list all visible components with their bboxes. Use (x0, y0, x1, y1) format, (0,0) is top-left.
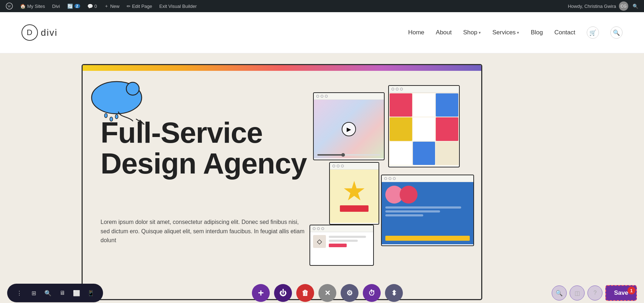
video-progress-fill (317, 154, 342, 156)
pencil-icon: ✏ (127, 4, 131, 9)
my-sites-btn[interactable]: 🏠 My Sites (17, 0, 48, 12)
card-lines (385, 206, 470, 216)
dot3 (400, 88, 403, 91)
vb-tool-dots[interactable]: ⋮ (13, 287, 26, 299)
updates-btn[interactable]: 🔄 2 (64, 0, 83, 12)
card-line (385, 210, 440, 212)
vb-left-tools: ⋮ ⊞ 🔍 🖥 ⬜ 📱 (7, 284, 103, 302)
circle-red (400, 186, 418, 204)
video-content: ▶ (314, 100, 384, 158)
mockup-dots-email (310, 225, 373, 232)
services-dropdown-arrow: ▾ (517, 30, 519, 35)
new-btn[interactable]: ＋ New (101, 0, 122, 12)
divi-btn[interactable]: Divi (49, 0, 63, 12)
admin-search-btn[interactable]: 🔍 (630, 4, 641, 9)
email-content: ◇ (310, 232, 373, 264)
dot3 (321, 227, 324, 230)
vb-help-icon-btn[interactable]: ? (587, 285, 602, 300)
map-cell (436, 117, 458, 141)
mockup-badge (329, 162, 379, 225)
map-cell (436, 142, 458, 165)
nav-blog[interactable]: Blog (531, 29, 543, 36)
vb-history-btn[interactable]: ⏱ (363, 284, 381, 302)
mockup-dots-card (382, 175, 473, 182)
mockups-area: ▶ (302, 85, 482, 293)
email-icon: ◇ (313, 235, 326, 248)
dot1 (332, 165, 335, 167)
vb-tool-search[interactable]: 🔍 (42, 287, 54, 299)
main-nav: Home About Shop ▾ Services ▾ Blog Contac… (408, 26, 623, 39)
nav-contact[interactable]: Contact (554, 29, 575, 36)
hero-inner: Full-Service Design Agency Lorem ipsum d… (83, 71, 481, 299)
map-content (389, 93, 459, 166)
mockup-map (388, 85, 460, 167)
notification-badge: 1 (628, 287, 635, 294)
map-cell (390, 117, 412, 141)
dot2 (337, 165, 340, 167)
vb-tool-mobile[interactable]: 📱 (84, 287, 97, 299)
video-progress-bar (317, 154, 380, 156)
svg-text:W: W (8, 4, 11, 8)
logo-circle: D (21, 24, 38, 41)
vb-tool-grid[interactable]: ⊞ (27, 287, 40, 299)
card-line (385, 206, 461, 209)
vb-right-tools: 🔍 ◫ ? Save 1 (552, 285, 637, 301)
map-cell (413, 142, 435, 165)
mockup-email: ◇ (309, 225, 374, 266)
mockup-dots-video (314, 93, 384, 100)
edit-page-btn[interactable]: ✏ Edit Page (124, 0, 155, 12)
email-line (329, 236, 366, 238)
dot2 (396, 88, 399, 91)
email-line (329, 240, 358, 242)
avatar[interactable]: CG (619, 1, 628, 11)
gradient-bar (83, 65, 481, 71)
nav-shop[interactable]: Shop ▾ (463, 29, 481, 36)
comments-icon: 💬 (87, 4, 93, 9)
vb-bottom-bar: ⋮ ⊞ 🔍 🖥 ⬜ 📱 + ⏻ 🗑 ✕ ⚙ ⏱ ⬍ 🔍 ◫ ? Save 1 (0, 283, 644, 303)
hero-frame: Full-Service Design Agency Lorem ipsum d… (82, 64, 482, 300)
admin-bar: W 🏠 My Sites Divi 🔄 2 💬 0 ＋ New ✏ Edit P… (0, 0, 644, 12)
vb-trash-btn[interactable]: 🗑 (296, 284, 314, 302)
site-header: D divi Home About Shop ▾ Services ▾ Blog… (0, 12, 644, 53)
mockup-video: ▶ (313, 92, 385, 160)
vb-layers-icon-btn[interactable]: ◫ (570, 285, 585, 300)
nav-services[interactable]: Services ▾ (492, 29, 519, 36)
exit-vb-btn[interactable]: Exit Visual Builder (156, 0, 200, 12)
ribbon (340, 205, 369, 212)
vb-search-icon-btn[interactable]: 🔍 (552, 285, 567, 300)
search-icon-btn[interactable]: 🔍 (610, 26, 623, 39)
comments-btn[interactable]: 💬 0 (84, 0, 100, 12)
nav-about[interactable]: About (436, 29, 452, 36)
card-content (382, 182, 473, 244)
star-icon (343, 181, 365, 202)
card-line (385, 214, 423, 216)
card-circles (385, 186, 470, 204)
mockup-card (381, 175, 474, 246)
mockup-dots-map (389, 86, 459, 93)
vb-settings-btn[interactable]: ⚙ (341, 284, 358, 302)
dot2 (317, 227, 320, 230)
site-logo[interactable]: D divi (21, 24, 58, 41)
vb-close-btn[interactable]: ✕ (318, 284, 336, 302)
dot2 (389, 177, 391, 180)
map-cell (413, 117, 435, 141)
vb-tool-tablet[interactable]: ⬜ (70, 287, 83, 299)
vb-add-btn[interactable]: + (252, 284, 270, 302)
email-lines (329, 236, 370, 247)
email-btn (329, 244, 347, 247)
hero-description: Lorem ipsum dolor sit amet, consectetur … (101, 218, 308, 245)
play-button[interactable]: ▶ (342, 122, 356, 136)
mockup-dots-badge (330, 163, 379, 170)
dot3 (393, 177, 396, 180)
map-cell (436, 93, 458, 117)
save-wrapper: Save 1 (605, 285, 637, 301)
nav-home[interactable]: Home (408, 29, 424, 36)
main-content: Full-Service Design Agency Lorem ipsum d… (0, 53, 644, 303)
updates-icon: 🔄 (67, 4, 73, 9)
cart-icon-btn[interactable]: 🛒 (587, 26, 599, 39)
vb-tool-desktop[interactable]: 🖥 (56, 287, 69, 299)
admin-bar-right: Howdy, Christina Gwira CG 🔍 (568, 1, 641, 11)
wp-logo-btn[interactable]: W (3, 0, 16, 12)
vb-power-btn[interactable]: ⏻ (274, 284, 292, 302)
vb-layout-btn[interactable]: ⬍ (385, 284, 403, 302)
